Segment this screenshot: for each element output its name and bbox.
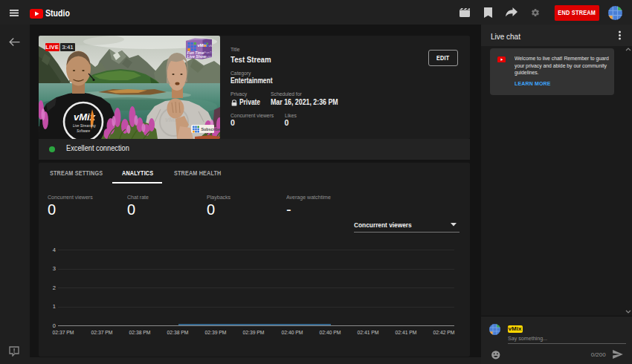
svg-text:FunTm: FunTm bbox=[204, 51, 215, 54]
svg-text:vM: vM bbox=[209, 44, 213, 48]
svg-text:Software: Software bbox=[77, 129, 91, 133]
svg-text:Subscribe: Subscribe bbox=[201, 127, 221, 131]
svg-text:Live Streaming: Live Streaming bbox=[73, 124, 96, 128]
svg-text:LivSh: LivSh bbox=[204, 55, 213, 59]
